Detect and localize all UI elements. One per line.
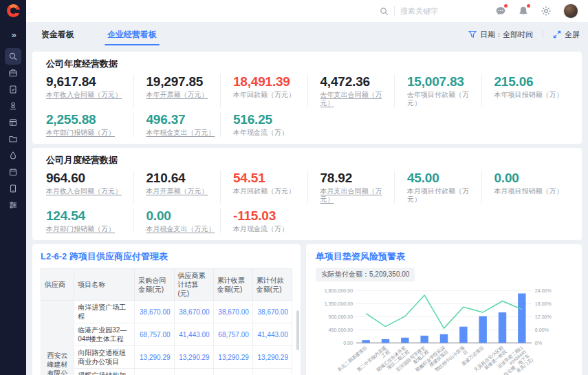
bar[interactable] — [401, 338, 409, 343]
table-row: 临港产业园32—04#楼主体工程68,757.0041,443.0068,757… — [41, 323, 292, 346]
bar[interactable] — [499, 312, 506, 343]
amount-cell: 13,290.29 — [252, 346, 292, 369]
stat-item: 4,472.36去年支出合同额（万元） — [307, 74, 395, 107]
table-header-cell: 项目名称 — [74, 269, 135, 301]
table-row: 得辉广场结构加固项目56,000.0045,000.0045,000.0033,… — [41, 369, 292, 375]
stat-label[interactable]: 去年支出合同额（万元） — [320, 91, 395, 107]
dashboard-content: 公司年度经营数据 9,617.84本年收入合同额（万元）19,297.85本年开… — [26, 47, 588, 375]
sidebar-building-icon[interactable] — [5, 65, 21, 81]
bar[interactable] — [420, 336, 428, 343]
project-name-cell: 得辉广场结构加固项目 — [74, 369, 135, 375]
table-scrollbar[interactable] — [296, 310, 299, 350]
amount-cell: 38,670.00 — [135, 301, 174, 323]
table-row: 西安云峰建材有限公司南洋进贤广场工程38,670.0038,670.0038,6… — [41, 301, 292, 323]
amount-cell: 68,757.00 — [135, 323, 174, 346]
fullscreen-button[interactable]: 全屏 — [553, 30, 580, 40]
stat-item: 19,297.85本年开票额（万元） — [133, 74, 221, 107]
stat-label[interactable]: 本年收入合同额（万元） — [46, 91, 133, 99]
sidebar-calculator-icon[interactable] — [5, 114, 21, 131]
stat-label: 去年项目付款额（万元） — [407, 91, 481, 107]
monthly-stats-card: 公司月度经营数据 964.60本月收入合同额（万元）210.64本月开票额（万元… — [32, 148, 582, 240]
stat-label[interactable]: 本月税金支出（万元） — [146, 225, 221, 233]
left-axis-tick: 900,000.00 — [329, 314, 353, 320]
amount-cell: 13,290.29 — [213, 346, 252, 369]
stat-label: 本月回款额（万元） — [233, 187, 307, 195]
table-header-cell: 累计收票金额(元) — [213, 269, 252, 301]
right-axis-tick: 6.00% — [535, 328, 549, 333]
annual-card-title: 公司年度经营数据 — [46, 58, 568, 70]
table-header-cell: 供应商累计结算(元) — [174, 269, 213, 301]
sidebar-droplet-icon[interactable] — [5, 147, 21, 164]
project-name-cell: 南洋进贤广场工程 — [74, 301, 135, 323]
stat-value: 4,472.36 — [320, 74, 395, 89]
stat-value: 124.54 — [46, 208, 133, 223]
header-icons — [495, 3, 578, 19]
tab-enterprise-dashboard[interactable]: 企业经营看板 — [107, 22, 157, 47]
sidebar-folder-icon[interactable] — [5, 131, 21, 147]
bar[interactable] — [479, 316, 486, 343]
bar[interactable] — [440, 334, 448, 343]
tab-funds-dashboard[interactable]: 资金看板 — [41, 22, 74, 47]
stat-value: 15,007.83 — [407, 74, 481, 89]
sidebar-stamp-icon[interactable] — [5, 98, 21, 114]
risk-chart-svg: 0.000%450,000.006.00%900,000.0012.00%1,3… — [316, 283, 572, 375]
stat-label[interactable]: 本月支出合同额（万元） — [320, 187, 395, 204]
sidebar-expand-icon[interactable]: » — [11, 30, 14, 40]
bar[interactable] — [382, 339, 389, 343]
top-header — [26, 0, 588, 22]
annual-stats-grid: 9,617.84本年收入合同额（万元）19,297.85本年开票额（万元）18,… — [46, 74, 568, 137]
stat-label[interactable]: 本月开票额（万元） — [146, 187, 221, 195]
sidebar-tablet-icon[interactable] — [5, 180, 21, 197]
amount-cell: 13,290.29 — [174, 346, 213, 369]
sidebar-document-check-icon[interactable] — [5, 81, 21, 98]
stat-label: 本年现金流（万） — [233, 129, 307, 137]
right-axis-tick: 18.00% — [535, 301, 552, 307]
risk-chart: 0.000%450,000.006.00%900,000.0012.00%1,3… — [316, 283, 572, 375]
left-axis-tick: 450,000.00 — [329, 328, 353, 333]
stat-label: 本月项目付款额（万元） — [407, 187, 481, 204]
sidebar-menu — [5, 48, 21, 213]
supplier-payable-card: L2-6-2 跨项目供应商应付管理表 供应商项目名称采购合同金额(元)供应商累计… — [32, 244, 301, 375]
amount-cell: 68,757.00 — [213, 323, 252, 346]
bell-icon[interactable] — [518, 6, 529, 17]
message-icon[interactable] — [495, 6, 506, 17]
bar[interactable] — [518, 293, 525, 343]
stat-label[interactable]: 本年开票额（万元） — [146, 91, 221, 99]
stat-value: 964.60 — [46, 171, 133, 185]
controls-divider — [543, 30, 543, 39]
monthly-card-title: 公司月度经营数据 — [46, 154, 568, 167]
stat-label[interactable]: 本月部门报销额（万） — [46, 225, 133, 233]
stat-item: 9,617.84本年收入合同额（万元） — [46, 74, 133, 107]
search-divider — [394, 6, 395, 16]
stat-item: 2,255.88本年部门报销额（万） — [46, 112, 133, 137]
date-filter[interactable]: 日期：全部时间 — [468, 30, 533, 40]
stat-label[interactable]: 本月收入合同额（万元） — [46, 187, 133, 195]
sidebar-sliders-icon[interactable] — [5, 197, 21, 213]
stat-item: 124.54本月部门报销额（万） — [46, 208, 133, 233]
user-avatar[interactable] — [563, 3, 578, 19]
project-name-cell: 向阳路交通枢纽商业办公项目 — [74, 346, 135, 369]
stat-item: 496.37本年税金支出（万元） — [133, 112, 221, 137]
search-icon — [380, 7, 389, 16]
stat-value: 516.25 — [233, 112, 307, 127]
supplier-cell: 西安云峰建材有限公司 — [41, 301, 74, 375]
fullscreen-icon — [553, 30, 561, 39]
risk-chart-card: 单项目垫资风险预警表 实际垫付金额：5,209,350.00 0.000%450… — [306, 244, 582, 375]
annual-stats-card: 公司年度经营数据 9,617.84本年收入合同额（万元）19,297.85本年开… — [32, 52, 582, 144]
table-header-cell: 供应商 — [41, 269, 74, 301]
stat-label[interactable]: 本年税金支出（万元） — [146, 129, 221, 137]
sidebar-calendar-icon[interactable] — [5, 164, 21, 180]
app-logo-icon[interactable] — [7, 4, 20, 17]
stat-item: 0.00本月项目报销额（万） — [481, 171, 569, 204]
stat-item: 215.06本年项目报销额（万） — [481, 74, 569, 107]
stat-item: 15,007.83去年项目付款额（万元） — [394, 74, 481, 107]
amount-cell: 45,000.00 — [174, 369, 213, 375]
gear-icon[interactable] — [541, 6, 552, 17]
stat-label[interactable]: 本年部门报销额（万） — [46, 129, 133, 137]
stat-value: 9,617.84 — [46, 74, 133, 89]
bar[interactable] — [459, 327, 467, 343]
sidebar-search-icon[interactable] — [5, 48, 21, 65]
search-input[interactable] — [400, 7, 462, 15]
bar[interactable] — [362, 340, 369, 343]
stat-item: 516.25本年现金流（万） — [220, 112, 307, 137]
